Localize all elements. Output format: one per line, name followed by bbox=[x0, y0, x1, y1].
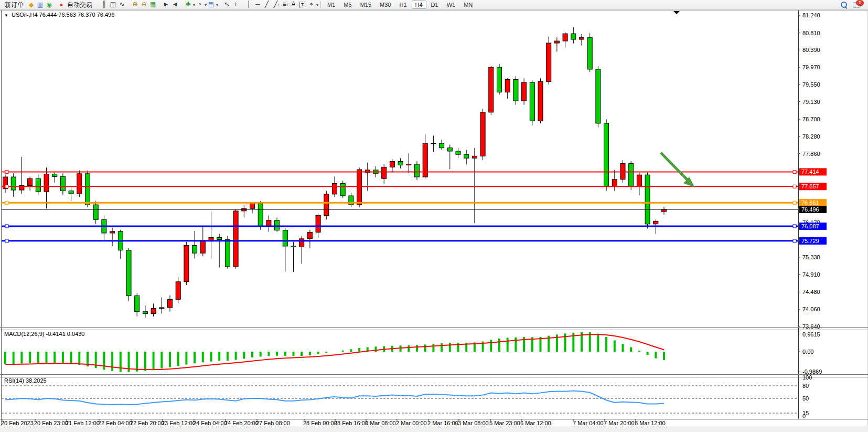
periods-icon[interactable]: ◔ bbox=[195, 0, 204, 9]
time-axis-label: 7 Mar 04:00 bbox=[573, 420, 604, 426]
fibonacci-icon[interactable]: ≡F bbox=[280, 0, 289, 9]
crosshair-icon[interactable]: + bbox=[231, 0, 240, 9]
template-icon[interactable]: ▤ bbox=[207, 0, 216, 9]
macd-axis-label: 0.00 bbox=[802, 349, 813, 355]
time-axis-label: 22 Feb 20:00 bbox=[130, 420, 164, 426]
bar-chart-icon[interactable]: ║ bbox=[100, 0, 109, 9]
candle-body bbox=[357, 170, 362, 205]
text-label-icon[interactable]: T bbox=[298, 1, 307, 9]
support-line-1-right-anchor[interactable] bbox=[793, 225, 796, 228]
toolbar-separator bbox=[320, 1, 321, 8]
data-window-icon[interactable]: ▥ bbox=[36, 1, 45, 9]
cursor-icon[interactable]: ↖ bbox=[222, 0, 231, 9]
resistance-line-1-price-badge-label: 77.414 bbox=[801, 168, 819, 175]
timeframe-mn[interactable]: MN bbox=[460, 1, 476, 9]
timeframe-m1[interactable]: M1 bbox=[324, 1, 339, 9]
support-line-1-left-anchor[interactable] bbox=[5, 225, 8, 228]
notification-badge: 1 bbox=[856, 0, 864, 6]
timeframe-m30[interactable]: M30 bbox=[376, 1, 394, 9]
candlestick-chart-icon[interactable]: ◫ bbox=[109, 0, 117, 9]
candle-body bbox=[299, 239, 304, 247]
auto-scroll-icon[interactable]: ► bbox=[162, 0, 170, 9]
autotrading-button[interactable]: ● 自动交易 bbox=[53, 0, 95, 10]
timeframe-m15[interactable]: M15 bbox=[357, 1, 375, 9]
price-axis-label: 78.700 bbox=[802, 116, 820, 122]
pivot-line-right-anchor[interactable] bbox=[793, 201, 796, 204]
candle-body bbox=[233, 211, 238, 267]
candle-body bbox=[250, 204, 255, 208]
candle-body bbox=[69, 191, 73, 194]
timeframe-m5[interactable]: M5 bbox=[340, 1, 355, 9]
new-order-button[interactable]: 新订单 bbox=[2, 0, 27, 10]
pivot-line-left-anchor[interactable] bbox=[5, 201, 8, 204]
resistance-line-1-left-anchor[interactable] bbox=[5, 170, 8, 173]
main-toolbar: 新订单 ◆▥◉ ● 自动交易 ║◫∿⊕⊖▦►◄✚▾◔▾▤▾↖+│─╱╱E≡FAT… bbox=[0, 0, 868, 10]
channel-icon[interactable]: ╱E bbox=[271, 0, 280, 9]
timeframe-toolbar: M1M5M15M30H1H4D1W1MN bbox=[323, 1, 477, 8]
candle-body bbox=[143, 312, 147, 314]
chart-plot-area[interactable] bbox=[2, 10, 798, 327]
resistance-line-2-left-anchor[interactable] bbox=[5, 185, 8, 188]
arrows-icon[interactable]: ⌖ bbox=[307, 0, 316, 9]
timeframe-h4[interactable]: H4 bbox=[412, 1, 426, 9]
candle-body bbox=[85, 174, 90, 205]
template-icon-caret[interactable]: ▾ bbox=[216, 3, 218, 7]
candle-body bbox=[168, 299, 173, 308]
candle-body bbox=[52, 174, 57, 177]
price-axis-label: 75.330 bbox=[802, 254, 820, 260]
resistance-line-1-right-anchor[interactable] bbox=[793, 170, 796, 173]
notifications-icon[interactable]: 1 bbox=[853, 2, 861, 8]
timeframe-h1[interactable]: H1 bbox=[395, 1, 410, 9]
search-icon[interactable] bbox=[841, 2, 848, 8]
text-icon[interactable]: A bbox=[289, 0, 298, 9]
ohlc-dropdown-icon[interactable]: ▼ bbox=[4, 13, 8, 18]
pivot-line-price-badge-label: 76.661 bbox=[801, 199, 819, 206]
time-axis-label: 8 Mar 12:00 bbox=[635, 420, 666, 426]
candle-body bbox=[184, 245, 189, 281]
market-watch-icon[interactable]: ◆ bbox=[27, 1, 36, 9]
macd-indicator-label: MACD(12,26,9) -0.4141 0.0430 bbox=[4, 331, 84, 337]
horizontal-line-icon[interactable]: ─ bbox=[253, 0, 262, 9]
rsi-axis-label: 50 bbox=[802, 395, 809, 402]
price-axis-label: 79.550 bbox=[802, 81, 820, 88]
line-chart-icon[interactable]: ∿ bbox=[117, 0, 126, 9]
time-axis-label: 22 Feb 04:00 bbox=[98, 420, 132, 426]
support-line-2-right-anchor[interactable] bbox=[793, 239, 796, 243]
candle-body bbox=[192, 245, 197, 253]
candle-body bbox=[291, 246, 296, 247]
time-axis-label: 20 Feb 2023 bbox=[1, 420, 34, 426]
time-axis-label: 3 Mar 08:00 bbox=[458, 420, 489, 426]
candle-body bbox=[110, 231, 115, 233]
chart-shift-icon[interactable]: ◄ bbox=[170, 0, 179, 9]
candle-body bbox=[406, 164, 411, 165]
timeframe-w1[interactable]: W1 bbox=[443, 1, 459, 9]
zoom-out-icon[interactable]: ⊖ bbox=[140, 0, 148, 9]
indicators-icon[interactable]: ✚ bbox=[184, 0, 192, 9]
price-axis-label: 80.810 bbox=[802, 30, 820, 36]
candle-body bbox=[554, 41, 559, 43]
tile-windows-icon[interactable]: ▦ bbox=[148, 0, 157, 9]
support-line-2-left-anchor[interactable] bbox=[5, 239, 8, 243]
time-axis-label: 28 Feb 00:00 bbox=[303, 420, 337, 426]
vertical-line-icon[interactable]: │ bbox=[244, 0, 253, 9]
trendline-icon[interactable]: ╱ bbox=[262, 0, 271, 9]
time-axis-label: 24 Feb 20:00 bbox=[224, 420, 259, 426]
resistance-line-2-right-anchor[interactable] bbox=[793, 185, 796, 188]
navigator-icon[interactable]: ◉ bbox=[45, 1, 53, 9]
zoom-in-icon[interactable]: ⊕ bbox=[131, 0, 140, 9]
macd-axis-label: 0.9615 bbox=[802, 331, 820, 338]
candle-body bbox=[44, 174, 49, 192]
toolbar-tool-groups: ║◫∿⊕⊖▦►◄✚▾◔▾▤▾↖+│─╱╱E≡FAT⌖▾ bbox=[95, 0, 318, 9]
candle-body bbox=[472, 156, 477, 158]
candle-body bbox=[464, 154, 469, 158]
toolbar-left-icons: ◆▥◉ bbox=[27, 1, 53, 9]
arrows-icon-caret[interactable]: ▾ bbox=[316, 3, 318, 7]
price-axis-label: 74.060 bbox=[802, 306, 820, 312]
price-axis-label: 78.280 bbox=[802, 133, 820, 140]
candle-body bbox=[340, 184, 345, 196]
price-axis-label: 73.640 bbox=[802, 323, 820, 330]
chart-window: 81.24080.81080.39079.97079.55079.13078.7… bbox=[0, 0, 868, 432]
price-axis-label: 79.130 bbox=[802, 99, 820, 105]
timeframe-d1[interactable]: D1 bbox=[427, 1, 442, 9]
candle-body bbox=[489, 67, 494, 112]
